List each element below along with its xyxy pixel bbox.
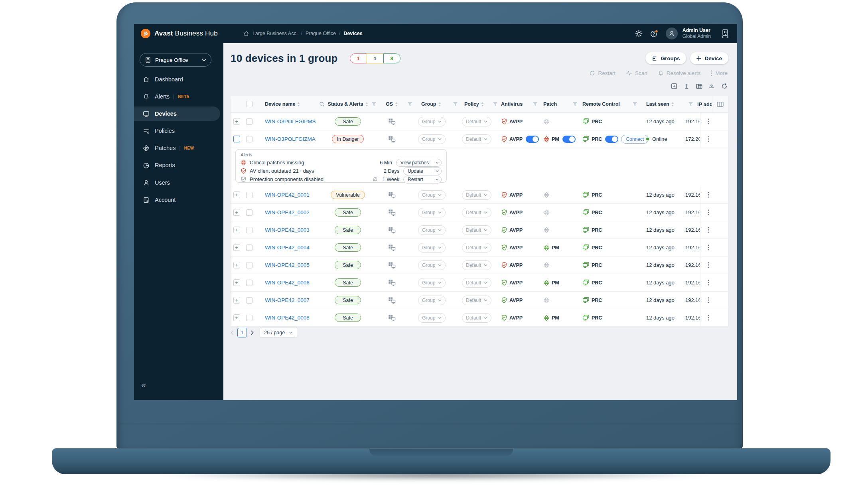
row-menu-kebab[interactable] bbox=[706, 226, 710, 234]
alert-action-button[interactable]: Update bbox=[403, 167, 442, 175]
row-menu-kebab[interactable] bbox=[706, 191, 710, 199]
gear-icon[interactable] bbox=[635, 30, 643, 37]
column-header[interactable]: Last seen bbox=[646, 101, 669, 107]
row-checkbox[interactable] bbox=[246, 118, 253, 125]
danger-count-badge[interactable]: 1 bbox=[350, 53, 367, 63]
row-expander[interactable]: + bbox=[233, 244, 240, 251]
row-expander[interactable]: + bbox=[233, 262, 240, 268]
prev-page-icon[interactable] bbox=[231, 330, 234, 335]
device-name-link[interactable]: WIN-OPE42_0004 bbox=[265, 245, 310, 250]
row-expander[interactable]: + bbox=[233, 191, 240, 198]
column-header[interactable]: Remote Control bbox=[582, 101, 620, 107]
row-checkbox[interactable] bbox=[246, 315, 253, 321]
policy-dropdown[interactable]: Default bbox=[462, 134, 491, 144]
warning-count-badge[interactable]: 1 bbox=[367, 53, 384, 63]
alert-action-button[interactable]: Restart bbox=[403, 176, 442, 183]
column-header[interactable]: Antivirus bbox=[501, 101, 523, 107]
policy-dropdown[interactable]: Default bbox=[462, 208, 491, 217]
column-header[interactable]: OS bbox=[386, 101, 393, 107]
row-expander[interactable]: + bbox=[233, 279, 240, 286]
site-selector[interactable]: Prague Office bbox=[140, 53, 211, 67]
breadcrumb-item[interactable]: Prague Office bbox=[306, 31, 336, 36]
sort-icon[interactable] bbox=[395, 102, 398, 106]
breadcrumb-item[interactable]: Large Business Acc. bbox=[253, 31, 298, 36]
alert-action-button[interactable]: View patches bbox=[396, 159, 442, 167]
per-page-select[interactable]: 25 / page bbox=[260, 327, 297, 338]
row-menu-kebab[interactable] bbox=[706, 117, 710, 126]
sidebar-item-reports[interactable]: Reports bbox=[134, 158, 220, 172]
page-number[interactable]: 1 bbox=[237, 328, 247, 337]
row-expander[interactable]: − bbox=[233, 136, 240, 142]
row-checkbox[interactable] bbox=[246, 280, 253, 286]
sidebar-item-users[interactable]: Users bbox=[134, 176, 220, 190]
device-name-link[interactable]: WIN-OPE42_0001 bbox=[265, 192, 310, 198]
column-header[interactable]: Device name bbox=[265, 101, 295, 107]
row-expander[interactable]: + bbox=[233, 227, 240, 233]
table-columns-icon[interactable] bbox=[696, 83, 702, 89]
sidebar-item-policies[interactable]: Policies bbox=[134, 124, 220, 138]
filter-icon[interactable] bbox=[688, 102, 693, 106]
row-height-icon[interactable] bbox=[684, 83, 690, 89]
sidebar-collapse-button[interactable]: « bbox=[141, 380, 146, 390]
policy-dropdown[interactable]: Default bbox=[462, 243, 491, 252]
policy-dropdown[interactable]: Default bbox=[462, 117, 491, 126]
policy-dropdown[interactable]: Default bbox=[462, 225, 491, 235]
row-checkbox[interactable] bbox=[246, 136, 253, 142]
row-menu-kebab[interactable] bbox=[706, 243, 710, 252]
device-name-link[interactable]: WIN-O3POLFGIZMA bbox=[265, 136, 316, 142]
next-page-icon[interactable] bbox=[251, 330, 254, 335]
device-name-link[interactable]: WIN-OPE42_0005 bbox=[265, 262, 310, 268]
column-header[interactable]: Policy bbox=[464, 101, 479, 107]
chevron-down-icon[interactable] bbox=[433, 159, 441, 166]
group-dropdown[interactable]: Group bbox=[418, 260, 446, 270]
device-name-link[interactable]: WIN-OPE42_0006 bbox=[265, 280, 310, 286]
sort-icon[interactable] bbox=[438, 102, 441, 106]
help-icon[interactable]: ? bbox=[650, 30, 659, 37]
filter-icon[interactable] bbox=[371, 102, 377, 106]
row-menu-kebab[interactable] bbox=[706, 314, 710, 322]
patch-toggle[interactable] bbox=[562, 136, 576, 143]
chevron-down-icon[interactable] bbox=[433, 168, 441, 175]
resolve-alerts-action[interactable]: Resolve alerts bbox=[658, 70, 701, 76]
row-menu-kebab[interactable] bbox=[706, 135, 710, 143]
refresh-icon[interactable] bbox=[721, 83, 728, 89]
antivirus-toggle[interactable] bbox=[526, 136, 539, 143]
column-picker-icon[interactable] bbox=[717, 102, 724, 107]
column-header[interactable]: Group bbox=[421, 101, 436, 107]
add-device-button[interactable]: Device bbox=[690, 52, 728, 64]
row-expander[interactable]: + bbox=[233, 118, 240, 125]
row-menu-kebab[interactable] bbox=[706, 261, 710, 269]
row-expander[interactable]: + bbox=[233, 314, 240, 321]
more-action[interactable]: More bbox=[711, 70, 728, 76]
sidebar-item-devices[interactable]: Devices bbox=[134, 106, 220, 121]
device-name-link[interactable]: WIN-OPE42_0003 bbox=[265, 227, 310, 233]
device-name-link[interactable]: WIN-OPE42_0008 bbox=[265, 315, 310, 321]
row-menu-kebab[interactable] bbox=[706, 208, 710, 217]
sidebar-item-account[interactable]: Account bbox=[134, 193, 220, 207]
row-checkbox[interactable] bbox=[246, 262, 253, 268]
policy-dropdown[interactable]: Default bbox=[462, 190, 491, 200]
groups-button[interactable]: Groups bbox=[645, 52, 686, 64]
remote-control-toggle[interactable] bbox=[605, 136, 618, 143]
row-checkbox[interactable] bbox=[246, 209, 253, 216]
filter-icon[interactable] bbox=[493, 102, 498, 106]
column-header[interactable]: Patch bbox=[543, 101, 557, 107]
filter-icon[interactable] bbox=[632, 102, 637, 106]
row-expander[interactable]: + bbox=[233, 297, 240, 304]
safe-count-badge[interactable]: 8 bbox=[383, 53, 400, 63]
row-checkbox[interactable] bbox=[246, 245, 253, 251]
policy-dropdown[interactable]: Default bbox=[462, 296, 491, 305]
group-dropdown[interactable]: Group bbox=[418, 296, 446, 305]
expand-rows-icon[interactable] bbox=[671, 83, 677, 89]
row-checkbox[interactable] bbox=[246, 297, 253, 304]
sort-icon[interactable] bbox=[671, 102, 674, 106]
device-name-link[interactable]: WIN-O3POLFGIPMS bbox=[265, 118, 316, 124]
row-menu-kebab[interactable] bbox=[706, 278, 710, 287]
policy-dropdown[interactable]: Default bbox=[462, 260, 491, 270]
sidebar-item-alerts[interactable]: Alerts | BETA bbox=[134, 89, 220, 104]
group-dropdown[interactable]: Group bbox=[418, 243, 446, 252]
column-header[interactable]: IP address bbox=[697, 101, 712, 107]
select-all-checkbox[interactable] bbox=[246, 101, 253, 107]
restart-action[interactable]: Restart bbox=[589, 70, 615, 76]
row-checkbox[interactable] bbox=[246, 192, 253, 198]
